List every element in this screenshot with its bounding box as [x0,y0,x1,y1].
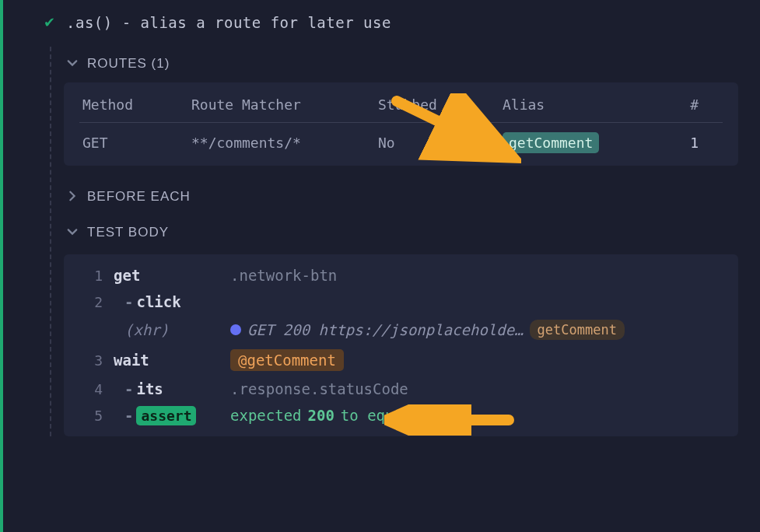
col-matcher: Route Matcher [191,96,378,113]
cmd-name: get [114,267,230,284]
command-log: 1 get .network-btn 2 -click (xhr) GET 20… [64,254,738,436]
chevron-down-icon [67,58,78,71]
route-stubbed: No [378,135,503,151]
xhr-alias-pill: getComment [530,320,625,340]
col-count: # [658,96,705,113]
xhr-label: (xhr) [114,321,230,338]
cmd-message: .response.statusCode [230,380,726,397]
routes-table-row[interactable]: GET **/comments/* No getComment 1 [64,124,738,161]
before-each-label: BEFORE EACH [87,189,191,205]
cmd-name: -its [114,380,230,397]
route-count: 1 [658,135,705,151]
col-alias: Alias [503,96,658,113]
chevron-down-icon [67,226,78,240]
routes-section-toggle[interactable]: ROUTES (1) [62,47,744,82]
command-row-xhr[interactable]: (xhr) GET 200 https://jsonplaceholde… ge… [64,315,738,345]
test-title-row[interactable]: ✔ .as() - alias a route for later use [28,8,744,47]
cmd-num: 3 [76,352,114,369]
routes-label: ROUTES (1) [87,56,170,72]
cmd-name: -assert [114,407,230,424]
cmd-num: 5 [76,408,114,424]
check-icon: ✔ [44,14,55,31]
command-row[interactable]: 2 -click [64,289,738,315]
command-row[interactable]: 5 -assert expected 200 to equal 200 [64,402,738,429]
before-each-section-toggle[interactable]: BEFORE EACH [62,180,744,215]
routes-panel: Method Route Matcher Stubbed Alias # GET… [64,82,738,166]
test-body-label: TEST BODY [87,225,169,240]
chevron-right-icon [67,191,78,204]
route-matcher: **/comments/* [191,135,378,151]
col-method: Method [82,96,191,113]
test-body-section-toggle[interactable]: TEST BODY [62,215,744,251]
cmd-num: 1 [76,268,114,284]
command-row[interactable]: 4 -its .response.statusCode [64,376,738,402]
assert-message: expected 200 to equal 200 [230,407,726,424]
cmd-name: -click [114,293,230,310]
wait-alias-badge: @getComment [230,349,344,371]
cmd-num: 4 [76,381,114,397]
cmd-num: 2 [76,294,114,310]
cmd-message: .network-btn [230,267,726,284]
command-row[interactable]: 1 get .network-btn [64,262,738,289]
route-method: GET [82,135,191,151]
routes-table-header: Method Route Matcher Stubbed Alias # [64,89,738,121]
command-row[interactable]: 3 wait @getComment [64,345,738,376]
cmd-name: wait [114,352,230,369]
xhr-indicator-icon [230,324,241,335]
col-stubbed: Stubbed [378,96,503,113]
test-title: .as() - alias a route for later use [66,14,391,31]
route-alias-badge: getComment [503,132,599,153]
xhr-message: GET 200 https://jsonplaceholde… getComme… [230,320,726,340]
